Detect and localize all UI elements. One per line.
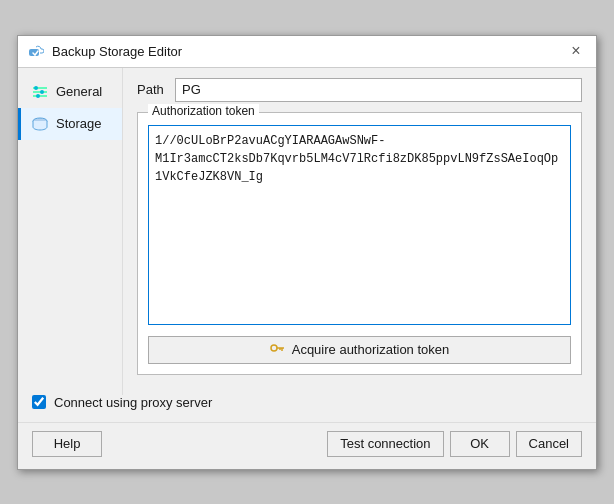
storage-icon <box>30 116 50 132</box>
svg-point-4 <box>34 86 38 90</box>
path-label: Path <box>137 82 167 97</box>
sidebar-label-storage: Storage <box>56 116 102 131</box>
close-button[interactable]: × <box>566 41 586 61</box>
title-bar-left: Backup Storage Editor <box>28 43 182 59</box>
proxy-row: Connect using proxy server <box>18 395 596 410</box>
proxy-checkbox[interactable] <box>32 395 46 409</box>
path-row: Path <box>137 78 582 102</box>
auth-token-group: Authorization token 1//0cULoBrP2avuACgYI… <box>137 112 582 375</box>
general-icon <box>30 84 50 100</box>
proxy-label: Connect using proxy server <box>54 395 212 410</box>
footer-right-buttons: Test connection OK Cancel <box>327 431 582 457</box>
footer: Help Test connection OK Cancel <box>18 422 596 469</box>
ok-button[interactable]: OK <box>450 431 510 457</box>
sidebar-item-storage[interactable]: Storage <box>18 108 122 140</box>
path-input[interactable] <box>175 78 582 102</box>
acquire-token-button[interactable]: Acquire authorization token <box>148 336 571 364</box>
acquire-token-label: Acquire authorization token <box>292 342 450 357</box>
cancel-button[interactable]: Cancel <box>516 431 582 457</box>
acquire-token-icon <box>270 341 286 358</box>
sidebar-item-general[interactable]: General <box>18 76 122 108</box>
svg-point-5 <box>40 90 44 94</box>
sidebar: General Storage <box>18 68 123 395</box>
auth-group-legend: Authorization token <box>148 104 259 118</box>
svg-point-8 <box>271 345 277 351</box>
window-icon <box>28 43 44 59</box>
svg-point-6 <box>36 94 40 98</box>
help-button[interactable]: Help <box>32 431 102 457</box>
window-title: Backup Storage Editor <box>52 44 182 59</box>
title-bar: Backup Storage Editor × <box>18 36 596 68</box>
auth-token-textarea[interactable]: 1//0cULoBrP2avuACgYIARAAGAwSNwF-M1Ir3amc… <box>148 125 571 325</box>
test-connection-button[interactable]: Test connection <box>327 431 443 457</box>
backup-storage-editor-window: Backup Storage Editor × General <box>17 35 597 470</box>
main-area: Path Authorization token 1//0cULoBrP2avu… <box>123 68 596 395</box>
sidebar-label-general: General <box>56 84 102 99</box>
window-content: General Storage Path Authori <box>18 68 596 395</box>
